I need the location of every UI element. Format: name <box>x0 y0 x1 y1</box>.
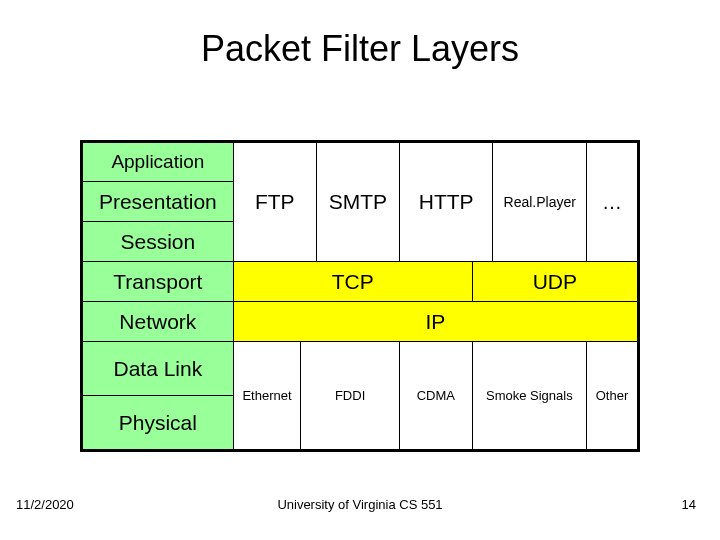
layer-session: Session <box>82 222 234 262</box>
footer-page-number: 14 <box>682 497 696 512</box>
app-more: … <box>586 142 638 262</box>
link-fddi: FDDI <box>301 342 400 451</box>
network-ip: IP <box>233 302 638 342</box>
link-ethernet: Ethernet <box>233 342 301 451</box>
footer-source: University of Virginia CS 551 <box>0 497 720 512</box>
slide: Packet Filter Layers Application FTP SMT… <box>0 0 720 540</box>
layer-application: Application <box>82 142 234 182</box>
app-ftp: FTP <box>233 142 316 262</box>
transport-udp: UDP <box>472 262 638 302</box>
layer-transport: Transport <box>82 262 234 302</box>
slide-title: Packet Filter Layers <box>0 28 720 70</box>
app-smtp: SMTP <box>316 142 399 262</box>
link-smoke: Smoke Signals <box>472 342 586 451</box>
layer-datalink: Data Link <box>82 342 234 396</box>
layer-physical: Physical <box>82 396 234 451</box>
layer-network: Network <box>82 302 234 342</box>
layer-presentation: Presentation <box>82 182 234 222</box>
link-other: Other <box>586 342 638 451</box>
app-realplayer: Real.Player <box>493 142 587 262</box>
transport-tcp: TCP <box>233 262 472 302</box>
app-http: HTTP <box>399 142 493 262</box>
layers-table: Application FTP SMTP HTTP Real.Player … … <box>80 140 640 452</box>
link-cdma: CDMA <box>399 342 472 451</box>
